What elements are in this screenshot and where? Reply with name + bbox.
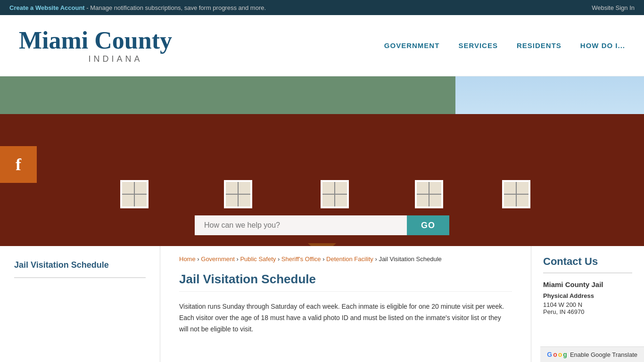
contact-address-label: Physical Address: [543, 292, 632, 299]
breadcrumb: Home › Government › Public Safety › Sher…: [179, 255, 512, 263]
facebook-icon: f: [16, 155, 21, 174]
create-account-desc: - Manage notification subscriptions, sav…: [85, 4, 266, 11]
nav-government[interactable]: GOVERNMENT: [384, 41, 440, 49]
google-icon: Goog: [547, 351, 567, 358]
page-title: Jail Visitation Schedule: [179, 272, 512, 292]
barn-window-2: [224, 180, 252, 208]
google-icon-g2: g: [563, 351, 567, 358]
top-bar: Create a Website Account - Manage notifi…: [0, 0, 644, 15]
barn-window-1: [120, 180, 149, 208]
barn-window-3: [321, 180, 349, 208]
sign-in-button[interactable]: Website Sign In: [592, 4, 635, 11]
translate-label: Enable Google Translate: [570, 351, 637, 358]
logo-area: Miami County INDIANA: [19, 27, 207, 64]
main-nav: GOVERNMENT SERVICES RESIDENTS HOW DO I..…: [207, 41, 625, 49]
sidebar-title: Jail Visitation Schedule: [14, 260, 146, 278]
create-account-link[interactable]: Create a Website Account: [9, 4, 85, 11]
breadcrumb-government[interactable]: Government: [201, 255, 235, 263]
hero-arrow: [308, 243, 336, 246]
google-icon-o1: o: [553, 351, 557, 358]
breadcrumb-current: Jail Visitation Schedule: [379, 255, 441, 263]
barn-window-4: [415, 180, 443, 208]
logo-subtitle: INDIANA: [24, 54, 207, 64]
logo-title: Miami County: [19, 27, 207, 54]
nav-services[interactable]: SERVICES: [458, 41, 498, 49]
breadcrumb-home[interactable]: Home: [179, 255, 196, 263]
breadcrumb-sep3: ›: [278, 255, 281, 263]
left-sidebar: Jail Visitation Schedule: [0, 246, 160, 362]
page-body: Visitation runs Sunday through Saturday …: [179, 301, 512, 335]
contact-address-line2: Peru, IN 46970: [543, 308, 632, 315]
content-area: Jail Visitation Schedule Home › Governme…: [0, 246, 644, 362]
facebook-button[interactable]: f: [0, 146, 37, 183]
translate-bar[interactable]: Goog Enable Google Translate: [540, 346, 644, 362]
barn-window-5: [502, 180, 530, 208]
breadcrumb-sep4: ›: [322, 255, 326, 263]
google-icon-g: G: [547, 351, 552, 358]
nav-how-do-i[interactable]: HOW DO I...: [580, 41, 625, 49]
right-sidebar: Contact Us Miami County Jail Physical Ad…: [531, 246, 644, 362]
breadcrumb-sheriffs-office[interactable]: Sheriff's Office: [281, 255, 321, 263]
breadcrumb-detention-facility[interactable]: Detention Facility: [326, 255, 373, 263]
google-icon-o2: o: [558, 351, 562, 358]
top-bar-left: Create a Website Account - Manage notifi…: [9, 4, 266, 11]
contact-title: Contact Us: [543, 255, 632, 273]
contact-address-line1: 1104 W 200 N: [543, 301, 632, 308]
search-button[interactable]: GO: [407, 215, 449, 235]
breadcrumb-public-safety[interactable]: Public Safety: [240, 255, 276, 263]
main-content: Home › Government › Public Safety › Sher…: [160, 246, 531, 362]
header: Miami County INDIANA GOVERNMENT SERVICES…: [0, 15, 644, 76]
hero-section: f GO: [0, 76, 644, 246]
search-input[interactable]: [195, 215, 407, 235]
search-bar: GO: [195, 215, 449, 235]
contact-name: Miami County Jail: [543, 280, 632, 288]
nav-residents[interactable]: RESIDENTS: [517, 41, 561, 49]
